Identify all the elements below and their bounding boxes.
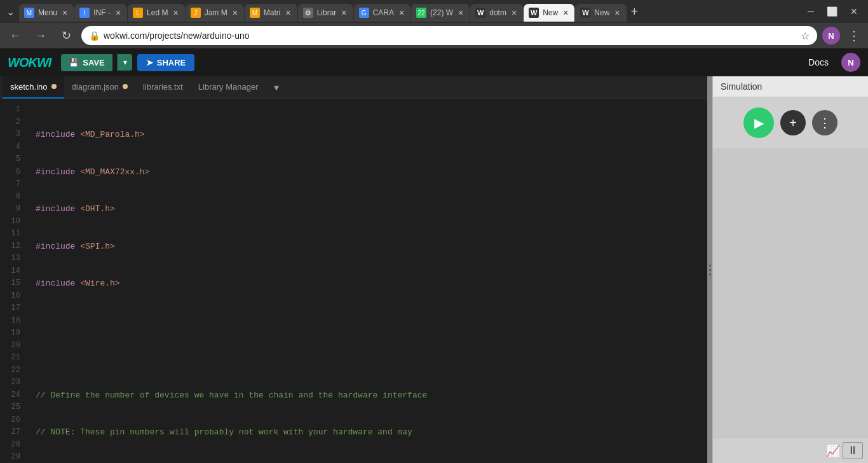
tab-libraries-txt-label: libraries.txt (143, 82, 183, 92)
tab-list-button[interactable]: ⌄ (3, 3, 18, 20)
code-line-7 (36, 352, 702, 364)
tab-library-manager[interactable]: Library Manager (191, 76, 266, 99)
tab-close-new1[interactable]: × (562, 8, 569, 17)
browser-tab-cara[interactable]: G CARA × (354, 4, 411, 22)
line-num-6: 6 (5, 166, 20, 179)
tab-close-librar[interactable]: × (340, 8, 348, 17)
tab-sketch-ino[interactable]: sketch.ino (3, 76, 64, 99)
address-bar-wrap[interactable]: 🔒 ☆ (81, 26, 817, 45)
line-num-20: 20 (5, 340, 20, 352)
browser-tab-dotm[interactable]: W dotm × (470, 4, 523, 22)
tab-favicon-dotm: W (475, 8, 485, 18)
resize-dot-3 (709, 273, 711, 275)
line-num-9: 9 (5, 203, 20, 216)
browser-tab-ledm[interactable]: L Led M × (128, 4, 185, 22)
tab-title-ledm: Led M (147, 8, 168, 17)
new-tab-button[interactable]: + (627, 4, 642, 19)
tab-close-dotm[interactable]: × (510, 8, 518, 17)
profile-button[interactable]: N (822, 27, 840, 45)
tab-close-jamm[interactable]: × (231, 8, 239, 17)
line-num-28: 28 (5, 439, 20, 452)
tab-diagram-json[interactable]: diagram.json (64, 76, 135, 99)
line-num-23: 23 (5, 377, 20, 389)
simulation-play-button[interactable]: ▶ (743, 107, 774, 138)
docs-link[interactable]: Docs (808, 57, 829, 67)
tab-close-cara[interactable]: × (398, 8, 405, 17)
simulation-canvas (713, 148, 868, 438)
browser-tab-jamm[interactable]: J Jam M × (186, 4, 244, 22)
tab-favicon-matri: M (250, 8, 260, 18)
code-content[interactable]: 1 2 3 4 5 6 7 8 9 10 11 12 13 14 15 16 1 (0, 99, 707, 463)
save-dropdown-button[interactable]: ▾ (118, 54, 132, 71)
simulation-more-button[interactable]: ⋮ (812, 110, 837, 135)
play-icon: ▶ (754, 115, 764, 130)
tab-libraries-txt[interactable]: libraries.txt (135, 76, 191, 99)
line-num-19: 19 (5, 327, 20, 340)
reload-button[interactable]: ↻ (56, 25, 76, 46)
browser-tab-new1[interactable]: W New × (524, 4, 574, 22)
forward-button[interactable]: → (31, 25, 51, 46)
browser-tab-menu[interactable]: M Menu × (19, 4, 74, 22)
line-num-11: 11 (5, 228, 20, 240)
share-button[interactable]: ➤ SHARE (137, 54, 195, 71)
bookmark-button[interactable]: ☆ (801, 30, 810, 42)
code-line-3: #include <DHT.h> (36, 203, 702, 216)
code-lines: #include <MD_Parola.h> #include <MD_MAX7… (25, 99, 707, 463)
line-num-7: 7 (5, 178, 20, 191)
tab-diagram-modified-dot (123, 84, 128, 89)
line-num-2: 2 (5, 116, 20, 129)
tab-close-inf[interactable]: × (114, 8, 122, 17)
line-num-12: 12 (5, 240, 20, 253)
line-num-5: 5 (5, 153, 20, 166)
tab-favicon-new2: W (580, 8, 590, 18)
simulation-add-button[interactable]: + (780, 110, 806, 135)
tab-close-new2[interactable]: × (613, 8, 621, 17)
address-input[interactable] (104, 31, 797, 41)
browser-tab-22w[interactable]: 22 (22) W × (411, 4, 470, 22)
save-button[interactable]: 💾 SAVE (61, 54, 112, 71)
app-area: WOKWI 💾 SAVE ▾ ➤ SHARE Docs N sketch.ino… (0, 48, 868, 463)
resize-handle[interactable] (707, 76, 712, 463)
tab-close-22w[interactable]: × (457, 8, 465, 17)
chart-button[interactable]: 📈 (826, 444, 840, 458)
tab-close-menu[interactable]: × (61, 8, 69, 17)
tab-title-new1: New (543, 8, 558, 17)
resize-dot-1 (709, 265, 711, 266)
code-line-4: #include <SPI.h> (36, 240, 702, 253)
toolbar-profile-button[interactable]: N (841, 53, 860, 72)
line-num-25: 25 (5, 401, 20, 414)
simulation-bottom: 📈 ⏸ (713, 438, 868, 463)
tab-close-ledm[interactable]: × (172, 8, 179, 17)
tab-title-librar: Librar (317, 8, 337, 17)
close-button[interactable]: ✕ (845, 5, 863, 18)
simulation-header: Simulation (713, 76, 868, 97)
editor-container: sketch.ino diagram.json libraries.txt Li… (0, 76, 868, 463)
back-button[interactable]: ← (5, 25, 25, 46)
browser-tab-matri[interactable]: M Matri × (245, 4, 297, 22)
maximize-button[interactable]: ⬜ (822, 5, 843, 18)
tab-library-manager-label: Library Manager (198, 82, 259, 92)
line-num-24: 24 (5, 389, 20, 402)
wokwi-logo: WOKWI (8, 55, 51, 70)
browser-tab-librar[interactable]: ⚙ Librar × (298, 4, 353, 22)
tab-favicon-cara: G (359, 8, 369, 18)
browser-tab-inf[interactable]: I INF - × (74, 4, 127, 22)
line-num-27: 27 (5, 426, 20, 439)
browser-tab-new2[interactable]: W New × (575, 4, 626, 22)
tab-favicon-inf: I (79, 8, 90, 18)
resize-dot-2 (709, 269, 711, 271)
tab-close-matri[interactable]: × (284, 8, 292, 17)
simulation-title: Simulation (721, 81, 762, 92)
tab-favicon-ledm: L (133, 8, 143, 18)
tab-title-matri: Matri (264, 8, 281, 17)
line-num-14: 14 (5, 265, 20, 278)
pause-button[interactable]: ⏸ (843, 442, 863, 459)
tab-more-button[interactable]: ▾ (269, 81, 284, 93)
code-panel: sketch.ino diagram.json libraries.txt Li… (0, 76, 707, 463)
browser-menu-button[interactable]: ⋮ (845, 25, 863, 46)
line-num-13: 13 (5, 252, 20, 265)
tab-title-22w: (22) W (430, 8, 453, 17)
save-icon: 💾 (69, 58, 79, 67)
minimize-button[interactable]: ─ (803, 5, 819, 18)
tab-title-jamm: Jam M (205, 8, 227, 17)
